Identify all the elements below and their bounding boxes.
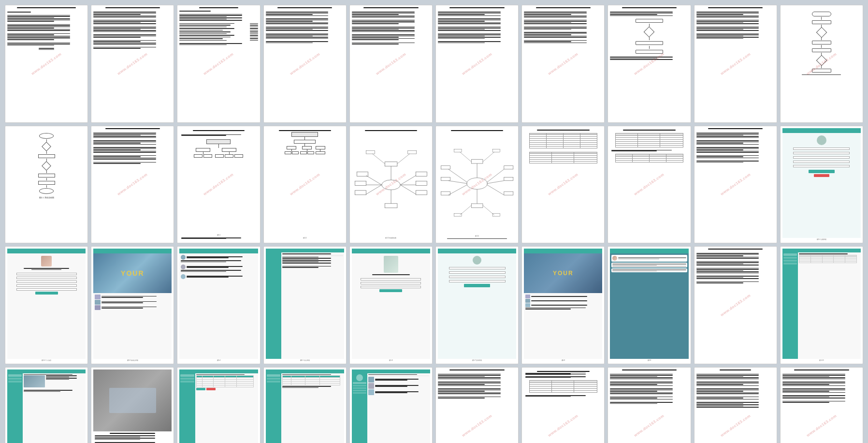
page-21[interactable]: 图5-2 个人信息: [5, 246, 88, 364]
svg-line-9: [366, 185, 381, 194]
page-39[interactable]: www.doc163.com: [694, 367, 777, 443]
svg-rect-14: [416, 181, 427, 185]
page-2[interactable]: www.doc163.com: [91, 5, 174, 123]
svg-line-26: [448, 169, 467, 182]
svg-rect-23: [471, 159, 483, 163]
page-12[interactable]: www.doc163.com: [91, 126, 174, 244]
svg-line-19: [397, 154, 410, 164]
page-7[interactable]: www.doc163.com: [521, 5, 605, 123]
svg-rect-2: [385, 162, 397, 166]
svg-rect-25: [471, 204, 483, 207]
svg-rect-43: [454, 213, 462, 216]
svg-rect-33: [504, 165, 513, 169]
svg-line-28: [448, 180, 467, 183]
document-grid: www.doc163.com: [5, 5, 863, 443]
svg-rect-41: [492, 149, 500, 152]
page-26[interactable]: 图5-7 登录界面: [435, 246, 519, 364]
page-35[interactable]: 图5-14: [349, 367, 433, 443]
page-33[interactable]: 图5-12: [177, 367, 260, 443]
page-23[interactable]: 图5-4: [177, 246, 260, 364]
svg-rect-10: [355, 190, 366, 194]
page-27[interactable]: YOUR 图5-8: [521, 246, 605, 364]
page-16[interactable]: www.doc163.com: [435, 126, 519, 244]
svg-rect-4: [385, 203, 397, 207]
page-11[interactable]: 图2-1 系统流程图: [5, 126, 88, 244]
svg-line-38: [460, 152, 472, 162]
page-34[interactable]: 图5-13: [263, 367, 347, 443]
svg-rect-12: [416, 172, 427, 176]
svg-rect-35: [504, 177, 513, 180]
page-8[interactable]: www.doc163.com: [608, 5, 691, 123]
svg-rect-8: [355, 181, 366, 185]
svg-line-32: [487, 169, 504, 182]
page-18[interactable]: www.doc163.com: [608, 126, 691, 244]
page-28[interactable]: 图5-9: [608, 246, 691, 364]
page-17[interactable]: www.doc163.com: [521, 126, 605, 244]
svg-line-11: [400, 176, 416, 185]
page-40[interactable]: www.doc163.com: [780, 367, 863, 443]
page-31[interactable]: 图5-11: [5, 367, 88, 443]
svg-rect-37: [504, 192, 513, 195]
page-25[interactable]: 图5-6: [349, 246, 433, 364]
page-29[interactable]: www.doc163.com: [694, 246, 777, 364]
svg-line-30: [448, 184, 467, 194]
page-4[interactable]: www.doc163.com: [263, 5, 347, 123]
page-3[interactable]: www.doc163.com: [177, 5, 260, 123]
svg-line-36: [487, 184, 504, 194]
svg-line-15: [400, 185, 416, 194]
page-9[interactable]: www.doc163.com: [694, 5, 777, 123]
svg-line-34: [487, 180, 504, 183]
page-10[interactable]: www.doc163.com: [780, 5, 863, 123]
page-36[interactable]: www.doc163.com: [435, 367, 519, 443]
page-14[interactable]: www.doc163.com: [263, 126, 347, 244]
svg-line-5: [366, 176, 381, 185]
svg-rect-29: [441, 177, 450, 180]
page-24[interactable]: 图5-5 后台界面: [263, 246, 347, 364]
svg-rect-39: [454, 149, 462, 152]
page-30[interactable]: 图5-10: [780, 246, 863, 364]
svg-rect-45: [492, 213, 500, 216]
svg-rect-18: [366, 150, 375, 153]
svg-rect-31: [441, 192, 450, 195]
page-20[interactable]: 图5-1 注册界面: [780, 126, 863, 244]
page-5[interactable]: www.doc163.com: [349, 5, 433, 123]
page-37[interactable]: www.doc163.com: [521, 367, 605, 443]
svg-rect-16: [416, 190, 427, 194]
svg-point-21: [467, 177, 488, 189]
page-13[interactable]: www.doc163.com: [177, 126, 260, 244]
page-19[interactable]: www.doc163.com: [694, 126, 777, 244]
page-1[interactable]: www.doc163.com: [5, 5, 88, 123]
svg-point-0: [382, 180, 401, 190]
svg-line-17: [372, 154, 385, 164]
page-15[interactable]: www.doc163.com: [349, 126, 433, 244]
svg-rect-20: [408, 150, 417, 153]
page-22[interactable]: YOUR 图5-3 旅游主界面: [91, 246, 174, 364]
page-38[interactable]: www.doc163.com: [608, 367, 691, 443]
svg-line-40: [483, 152, 494, 162]
page-32[interactable]: [91, 367, 174, 443]
svg-rect-27: [441, 165, 450, 169]
page-6[interactable]: www.doc163.com: [435, 5, 519, 123]
